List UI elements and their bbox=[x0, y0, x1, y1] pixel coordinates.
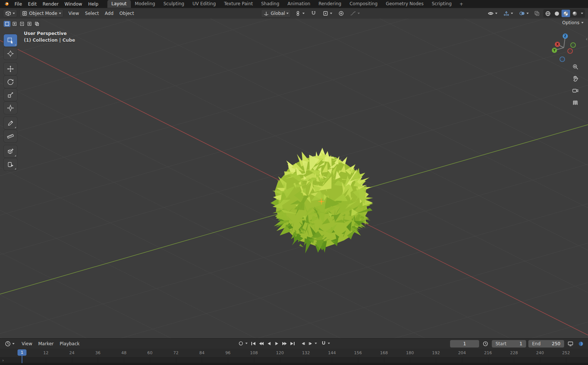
overlays-dropdown[interactable] bbox=[517, 9, 531, 18]
frame-end-field[interactable]: End 250 bbox=[528, 340, 564, 347]
gizmo-axis-x-neg[interactable] bbox=[568, 49, 573, 54]
camera-view-icon[interactable] bbox=[571, 86, 579, 95]
viewport-3d[interactable]: Options User Perspective (1) Collection … bbox=[0, 19, 588, 338]
frame-start-field[interactable]: Start 1 bbox=[492, 340, 526, 347]
viewport-menu-view[interactable]: View bbox=[66, 10, 82, 17]
mode-selector[interactable]: Object Mode bbox=[19, 9, 63, 18]
menu-render[interactable]: Render bbox=[40, 1, 62, 7]
tool-scale[interactable] bbox=[4, 89, 17, 101]
shading-wireframe-button[interactable] bbox=[544, 10, 552, 17]
tool-extra[interactable] bbox=[4, 158, 17, 171]
zoom-icon[interactable] bbox=[571, 63, 579, 71]
workspace-tab-texture-paint[interactable]: Texture Paint bbox=[220, 0, 257, 8]
gizmo-axis-y-neg[interactable] bbox=[571, 43, 576, 48]
gizmo-axis-z[interactable]: Z bbox=[563, 34, 568, 39]
snap-settings-dropdown[interactable] bbox=[321, 9, 334, 18]
workspace-tab-modeling[interactable]: Modeling bbox=[131, 0, 160, 8]
workspace-tab-rendering[interactable]: Rendering bbox=[314, 0, 345, 8]
menu-window[interactable]: Window bbox=[62, 1, 85, 7]
visibility-dropdown[interactable] bbox=[486, 9, 499, 18]
tool-select-box[interactable] bbox=[4, 34, 17, 47]
transform-orientation-dropdown[interactable]: Global bbox=[261, 9, 291, 18]
transform-pivot-dropdown[interactable] bbox=[293, 9, 306, 18]
proportional-falloff-dropdown[interactable] bbox=[348, 9, 362, 18]
gizmo-axis-z-neg[interactable] bbox=[560, 57, 565, 62]
workspace-tab-geometry-nodes[interactable]: Geometry Nodes bbox=[382, 0, 428, 8]
workspace-tab-layout[interactable]: Layout bbox=[107, 0, 131, 8]
xray-toggle[interactable] bbox=[533, 9, 541, 18]
next-keyframe-button[interactable] bbox=[281, 340, 288, 347]
viewport-menu-object[interactable]: Object bbox=[116, 10, 137, 17]
shading-dropdown-icon[interactable] bbox=[581, 13, 583, 14]
viewport-menu-select[interactable]: Select bbox=[82, 10, 102, 17]
prev-keyframe-button[interactable] bbox=[257, 340, 265, 347]
gizmo-axis-y[interactable]: Y bbox=[552, 48, 557, 53]
play-button[interactable] bbox=[273, 340, 280, 347]
workspace-tab-uv-editing[interactable]: UV Editing bbox=[188, 0, 220, 8]
shading-solid-button[interactable] bbox=[553, 10, 561, 17]
scene-canvas[interactable] bbox=[0, 19, 588, 338]
tool-transform[interactable] bbox=[4, 102, 17, 114]
select-mode-subtract[interactable] bbox=[19, 21, 25, 27]
jump-to-start-button[interactable] bbox=[249, 340, 257, 347]
sidebar-toggle-icon[interactable]: ‹ bbox=[586, 37, 588, 41]
select-mode-invert[interactable] bbox=[26, 21, 33, 27]
pan-hand-icon[interactable] bbox=[571, 74, 579, 83]
keying-dropdown-icon[interactable] bbox=[245, 343, 248, 344]
navigation-gizmo[interactable]: X Y Z bbox=[547, 31, 580, 63]
menu-file[interactable]: File bbox=[12, 1, 25, 7]
tool-rotate[interactable] bbox=[4, 76, 17, 88]
tool-add-cube[interactable] bbox=[4, 145, 17, 158]
frame-jump-dropdown-icon[interactable] bbox=[315, 343, 317, 344]
snap-dropdown-icon[interactable] bbox=[328, 343, 330, 344]
timeline-sync-icon[interactable] bbox=[577, 340, 585, 348]
tool-move[interactable] bbox=[4, 63, 17, 75]
play-reverse-button[interactable] bbox=[265, 340, 273, 347]
gizmos-dropdown[interactable] bbox=[501, 9, 515, 18]
editor-type-button[interactable] bbox=[3, 9, 17, 18]
prev-frame-button[interactable] bbox=[299, 340, 306, 347]
shading-rendered-button[interactable] bbox=[570, 10, 579, 17]
next-frame-button[interactable] bbox=[307, 340, 314, 347]
auto-keying-toggle[interactable] bbox=[237, 340, 245, 347]
timeline-menu-view[interactable]: View bbox=[19, 340, 35, 347]
timeline-ruler[interactable]: 1224364860728496108120132144156168180192… bbox=[0, 349, 588, 358]
menu-help[interactable]: Help bbox=[85, 1, 101, 7]
playhead-marker[interactable]: 1 bbox=[18, 349, 26, 356]
proportional-editing-toggle[interactable] bbox=[336, 9, 346, 18]
select-mode-intersect[interactable] bbox=[34, 21, 40, 27]
current-frame-field[interactable]: 1 bbox=[450, 340, 479, 347]
workspace-tab-sculpting[interactable]: Sculpting bbox=[159, 0, 188, 8]
shading-mode-group bbox=[543, 9, 585, 18]
viewport-menu-add[interactable]: Add bbox=[102, 10, 116, 17]
ortho-grid-icon[interactable] bbox=[571, 98, 579, 107]
blender-logo-icon[interactable] bbox=[4, 1, 9, 7]
tool-cursor[interactable] bbox=[4, 47, 17, 60]
tool-measure[interactable] bbox=[4, 130, 17, 142]
track-gridline bbox=[540, 358, 540, 363]
jump-to-end-button[interactable] bbox=[289, 340, 296, 347]
workspace-tab-shading[interactable]: Shading bbox=[257, 0, 283, 8]
use-preview-range-toggle[interactable] bbox=[481, 340, 490, 348]
channel-expand-icon[interactable]: › bbox=[2, 358, 4, 363]
timeline-snap-toggle[interactable] bbox=[320, 340, 327, 347]
add-workspace-button[interactable]: + bbox=[456, 1, 466, 7]
mode-label: Object Mode bbox=[29, 11, 57, 16]
options-dropdown[interactable]: Options bbox=[562, 20, 584, 25]
workspace-tab-compositing[interactable]: Compositing bbox=[345, 0, 381, 8]
select-mode-extend[interactable] bbox=[11, 21, 18, 27]
shading-material-button[interactable] bbox=[562, 10, 570, 17]
workspace-tab-animation[interactable]: Animation bbox=[283, 0, 314, 8]
snap-toggle[interactable] bbox=[309, 9, 318, 18]
gizmo-axis-x[interactable]: X bbox=[555, 42, 560, 47]
menu-edit[interactable]: Edit bbox=[25, 1, 40, 7]
tool-annotate[interactable] bbox=[4, 117, 17, 129]
track-gridline bbox=[124, 358, 124, 363]
timeline-track[interactable]: › bbox=[0, 358, 588, 363]
timeline-editor-type-button[interactable] bbox=[3, 340, 16, 348]
timeline-display-icon[interactable] bbox=[566, 340, 575, 348]
select-mode-set[interactable] bbox=[4, 21, 10, 27]
timeline-menu-marker[interactable]: Marker bbox=[35, 340, 56, 347]
timeline-menu-playback[interactable]: Playback bbox=[57, 340, 83, 347]
workspace-tab-scripting[interactable]: Scripting bbox=[428, 0, 456, 8]
